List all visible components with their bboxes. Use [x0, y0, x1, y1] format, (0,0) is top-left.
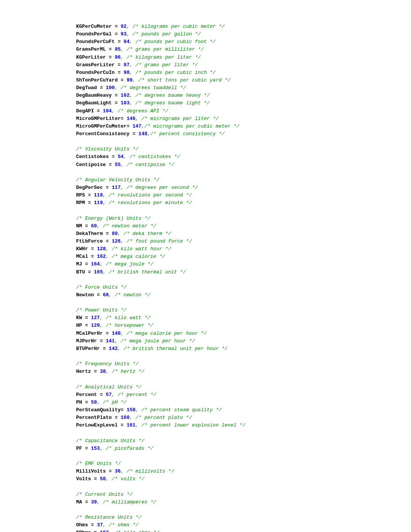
inline-comment: , /* british thermal unit per hour */	[118, 346, 228, 351]
inline-comment: , /* grams per milliliter */	[121, 46, 204, 52]
inline-comment: , /* degrees baume heavy */	[129, 93, 210, 98]
code-line-item: DegBaumHeavy = 102, /* degrees baume hea…	[76, 92, 365, 99]
section-comment: /* Force Units */	[76, 284, 365, 291]
code-line-item: MilliVolts = 36, /* millivolts */	[76, 468, 365, 475]
blank-line	[76, 452, 365, 460]
section-comment: /* Frequency Units */	[76, 360, 365, 368]
var-value: 93	[121, 31, 127, 37]
var-value: 96	[115, 54, 121, 60]
code-line-item: MicroGMPerLiter= 146, /* micrograms per …	[76, 115, 365, 123]
code-line-item: RPS = 118, /* revolutions per second */	[76, 192, 365, 199]
section-comment: /* Capacitance Units */	[76, 437, 365, 445]
var-value: 127	[91, 315, 100, 321]
inline-comment: ,/* micrograms per cubic meter */	[142, 123, 239, 129]
var-name: PercentPlato	[76, 415, 112, 420]
var-name: ShTonPerCuYard	[76, 77, 118, 83]
var-name: PoundsPerCuIn	[76, 70, 115, 75]
var-value: 38	[100, 369, 106, 374]
code-line-item: Centistokes = 54, /* centistokes */	[76, 153, 365, 161]
code-line-item: PF = 153, /* picofarads */	[76, 445, 365, 452]
equals-sign: =	[82, 446, 91, 451]
code-line-item: MJ = 164, /* mega joule */	[76, 260, 365, 268]
var-name: RPM	[76, 200, 85, 206]
code-line-item: PerLowExpLevel = 161, /* percent lower e…	[76, 422, 365, 429]
var-name: DegBaumLight	[76, 100, 112, 106]
var-name: KWHr	[76, 246, 88, 252]
code-line-item: PH = 59, /* pH */	[76, 399, 365, 406]
var-value: 39	[91, 499, 97, 505]
inline-comment: , /* mega calorie */	[106, 254, 165, 259]
blank-line	[76, 375, 365, 383]
code-line-item: RPM = 119, /* revolutions per minute */	[76, 199, 365, 207]
code-line-item: KWHr = 128, /* kilo watt hour */	[76, 245, 365, 253]
section-comment: /* EMF Units */	[76, 460, 365, 468]
inline-comment: , /* horsepower */	[100, 323, 153, 328]
equals-sign: =	[82, 223, 91, 229]
inline-comment: , /* degrees API */	[112, 108, 168, 114]
var-value: 162	[97, 254, 106, 259]
code-line-item: KGPerCuMeter = 92, /* kilograms per cubi…	[76, 23, 365, 30]
var-name: DegTwad	[76, 85, 97, 91]
section-comment-text: /* EMF Units */	[76, 461, 121, 466]
var-value: 118	[94, 192, 103, 198]
inline-comment: , /* centistokes */	[124, 154, 180, 160]
inline-comment: , /* degrees baume light */	[129, 100, 210, 106]
equals-sign: =	[115, 39, 123, 45]
inline-comment: , /* kilo ohms */	[109, 530, 159, 532]
var-name: MilliVolts	[76, 468, 106, 474]
code-line-item: DegAPI = 104, /* degrees API */	[76, 107, 365, 115]
var-value: 55	[115, 162, 121, 168]
var-name: DekaTherm	[76, 231, 103, 236]
equals-sign: =	[82, 499, 91, 505]
var-value: 94	[124, 39, 130, 45]
var-name: KOhms	[76, 530, 91, 532]
inline-comment: , /* hertz */	[106, 369, 144, 374]
equals-sign: =	[129, 131, 138, 137]
var-value: 141	[106, 338, 115, 344]
section-comment-text: /* Frequency Units */	[76, 361, 139, 367]
equals-sign: =	[97, 85, 106, 91]
var-value: 117	[112, 185, 121, 190]
var-value: 95	[115, 46, 121, 52]
equals-sign: =	[103, 231, 112, 236]
var-name: PercentConsistency	[76, 131, 129, 137]
inline-comment: , /* degrees per second */	[121, 185, 198, 190]
inline-comment: , /* degrees twaddell */	[115, 85, 186, 91]
var-value: 164	[91, 261, 100, 267]
equals-sign: =	[91, 476, 100, 482]
inline-comment: , /* percent steam quality */	[135, 407, 221, 413]
equals-sign: =	[109, 154, 118, 160]
var-value: 68	[103, 292, 109, 298]
code-line-item: MicroGMPerCuMeter= 147,/* micrograms per…	[76, 123, 365, 130]
var-name: MicroGMPerLiter	[76, 116, 121, 121]
equals-sign: =	[112, 93, 121, 98]
inline-comment: , /* revolutions per minute */	[103, 200, 192, 206]
section-comment: /* Energy (Work) Units */	[76, 215, 365, 222]
var-value: 148	[139, 131, 147, 137]
equals-sign: =	[121, 116, 127, 121]
inline-comment: , /* newton meter */	[97, 223, 156, 229]
equals-sign: =	[85, 192, 94, 198]
code-line-item: DegTwad = 100, /* degrees twaddell */	[76, 84, 365, 92]
code-line-item: PerSteamQuality= 150, /* percent steam q…	[76, 406, 365, 414]
section-comment-text: /* Power Units */	[76, 307, 127, 313]
section-comment-text: /* Angular Velocity Units */	[76, 177, 159, 183]
equals-sign: =	[112, 24, 121, 29]
equals-sign: =	[121, 407, 127, 413]
var-value: 57	[106, 392, 112, 398]
var-name: NM	[76, 223, 82, 229]
code-line-item: MJPerHr = 141, /* mega joule per hour */	[76, 337, 365, 345]
equals-sign: =	[118, 77, 126, 83]
equals-sign: =	[85, 269, 94, 275]
equals-sign: =	[115, 62, 123, 68]
equals-sign: =	[88, 522, 97, 528]
inline-comment: , /* kilograms per liter */	[121, 54, 201, 60]
blank-line	[76, 506, 365, 514]
var-name: MicroGMPerCuMeter	[76, 123, 127, 129]
var-name: BTU	[76, 269, 85, 275]
var-value: 146	[127, 116, 135, 121]
var-value: 100	[106, 85, 115, 91]
var-name: MJ	[76, 261, 82, 267]
section-comment-text: /* Analytical Units */	[76, 384, 142, 390]
var-value: 97	[124, 62, 130, 68]
